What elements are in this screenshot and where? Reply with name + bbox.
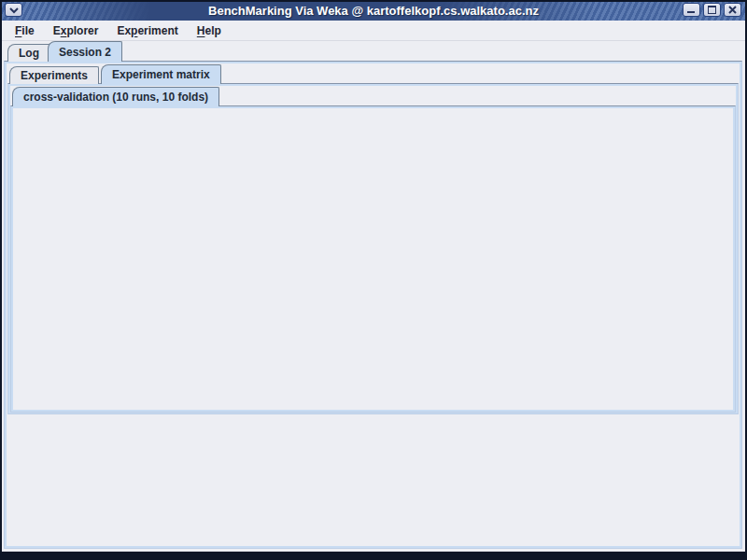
- window-title: BenchMarking Via Weka @ kartoffelkopf.cs…: [2, 2, 745, 21]
- tab-experiment-matrix[interactable]: Experiment matrix: [101, 64, 221, 84]
- close-button[interactable]: [724, 3, 741, 17]
- menu-experiment[interactable]: Experiment: [107, 24, 187, 37]
- title-bar[interactable]: BenchMarking Via Weka @ kartoffelkopf.cs…: [2, 2, 745, 21]
- menu-explorer[interactable]: Explorer: [44, 24, 108, 37]
- menu-file[interactable]: File: [6, 24, 44, 37]
- minimize-button[interactable]: [683, 3, 700, 17]
- tab-log[interactable]: Log: [7, 44, 50, 62]
- cross-validation-panel: [10, 105, 736, 413]
- chevron-down-icon: [9, 7, 19, 14]
- tab-experiments[interactable]: Experiments: [9, 66, 99, 84]
- maximize-button[interactable]: [703, 3, 721, 17]
- minimize-icon: [687, 6, 696, 14]
- close-icon: [728, 6, 737, 14]
- menu-bar: File Explorer Experiment Help: [2, 21, 745, 41]
- maximize-icon: [708, 6, 716, 14]
- menu-help[interactable]: Help: [188, 24, 231, 37]
- window-menu-button[interactable]: [5, 3, 22, 17]
- tab-cross-validation[interactable]: cross-validation (10 runs, 10 folds): [12, 87, 219, 106]
- tab-session-2[interactable]: Session 2: [48, 41, 122, 62]
- application-window: BenchMarking Via Weka @ kartoffelkopf.cs…: [0, 0, 747, 560]
